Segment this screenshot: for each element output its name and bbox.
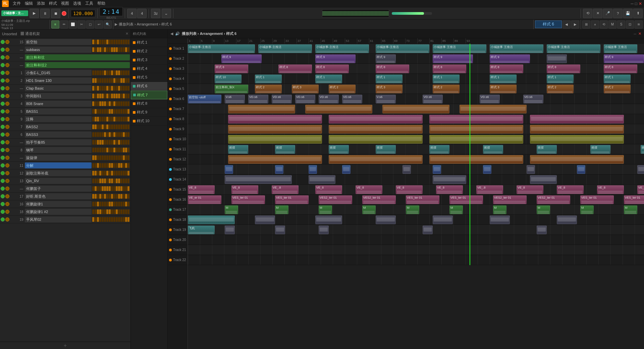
pad[interactable] [120,148,122,152]
pad[interactable] [92,78,94,83]
pad[interactable] [120,109,122,114]
pad[interactable] [111,155,113,160]
pad[interactable] [116,70,118,75]
pad[interactable] [118,132,120,137]
track-row[interactable]: 6BASS3 [0,131,130,139]
pad[interactable] [97,117,99,121]
pad[interactable] [109,171,111,176]
menu-item-样式[interactable]: 样式 [49,1,57,6]
menu-item-添加[interactable]: 添加 [37,1,45,6]
pad[interactable] [127,217,129,222]
pad[interactable] [104,94,106,98]
pad[interactable] [99,117,101,121]
track-active-btn[interactable] [1,210,5,214]
pad[interactable] [102,47,104,52]
pad[interactable] [92,186,94,191]
arrange-view-btn[interactable]: ≡ [51,20,59,29]
select-tool[interactable]: ⬜ [69,20,77,29]
clip[interactable]: VD.s6 [342,95,362,103]
track-active-btn[interactable] [1,187,5,191]
pad[interactable] [95,78,97,83]
pad[interactable] [127,155,129,160]
clip[interactable] [433,175,466,184]
pad[interactable] [95,124,97,129]
pad[interactable] [104,194,106,199]
arr-track-row[interactable] [188,114,644,124]
pad[interactable] [99,132,101,137]
pad[interactable] [113,209,115,214]
pad[interactable] [104,117,106,121]
clip[interactable]: 样式 8 [490,64,523,73]
pattern-prev-btn[interactable]: ◀ [562,20,571,29]
track-mute-btn[interactable] [5,171,9,175]
arr-track-row[interactable]: 飞机 [188,225,644,235]
clip[interactable]: 飞机 [188,226,215,234]
pad[interactable] [106,94,108,98]
track-row[interactable]: —subbass [0,46,130,54]
track-active-btn[interactable] [1,133,5,137]
clip[interactable]: VES2_ter 01 [362,195,396,204]
pad[interactable] [102,40,104,44]
pad[interactable] [113,171,115,176]
track-name[interactable]: Clap Basic [25,85,92,91]
track-name[interactable]: BASS2 [25,124,92,130]
pad[interactable] [120,171,122,176]
pad[interactable] [116,155,118,160]
pad[interactable] [120,94,122,98]
clip[interactable]: 小城故事 主推活 [547,44,600,53]
pad[interactable] [123,132,125,137]
maximize-btn[interactable]: □ [635,1,637,6]
pad[interactable] [92,217,94,222]
pad[interactable] [123,209,125,214]
pad[interactable] [127,179,129,183]
pad[interactable] [123,140,125,145]
clip[interactable] [228,115,322,123]
pad[interactable] [118,217,120,222]
pad[interactable] [95,217,97,222]
clip[interactable]: 样式 9 [376,54,396,63]
clip[interactable] [275,165,283,174]
pad[interactable] [113,124,115,129]
clip[interactable]: VES2_ter 01 [537,195,570,204]
loop-tool[interactable]: ↩ [95,20,103,29]
pad[interactable] [120,179,122,183]
pad[interactable] [123,155,125,160]
clip[interactable]: 样式 1 [315,74,342,83]
pad[interactable] [127,202,129,206]
track-active-btn[interactable] [1,125,5,129]
pad[interactable] [104,179,106,183]
pad[interactable] [106,124,108,129]
arr-track-row[interactable]: 样式 8样式 8样式 8样式 8样式 8样式 8样式 8样式 8 [188,64,644,74]
numerator-btn[interactable]: 4 [127,9,137,18]
pad[interactable] [95,202,97,206]
solo-btn[interactable]: S [617,20,625,29]
pad[interactable] [116,117,118,121]
pad[interactable] [125,124,127,129]
track-mute-btn[interactable] [5,102,9,106]
pad[interactable] [118,179,120,183]
track-row[interactable]: 18何鹏旋律1 #2 [0,208,130,216]
pad[interactable] [111,101,113,106]
menu-item-帮助[interactable]: 帮助 [97,1,105,6]
pad[interactable] [118,148,120,152]
pad[interactable] [123,78,125,83]
clip[interactable]: M [319,205,332,214]
pad[interactable] [120,209,122,214]
clip[interactable]: 样式 9 [490,54,530,63]
pad[interactable] [125,209,127,214]
track-row[interactable]: 11分解 [0,162,130,169]
pad[interactable] [120,101,122,106]
pad[interactable] [104,101,106,106]
clip[interactable]: VD.s6 [319,95,339,103]
pad[interactable] [123,171,125,176]
track-name[interactable]: 钢琴 [25,147,92,153]
clip[interactable] [319,226,329,234]
pad[interactable] [104,40,106,44]
pad[interactable] [106,194,108,199]
clip[interactable]: 样式 8 [315,64,349,73]
pad[interactable] [113,155,115,160]
plugin-btn[interactable]: ✕ [593,9,602,18]
arr-track-row[interactable] [188,255,644,265]
pad[interactable] [99,140,101,145]
pad[interactable] [111,109,113,114]
